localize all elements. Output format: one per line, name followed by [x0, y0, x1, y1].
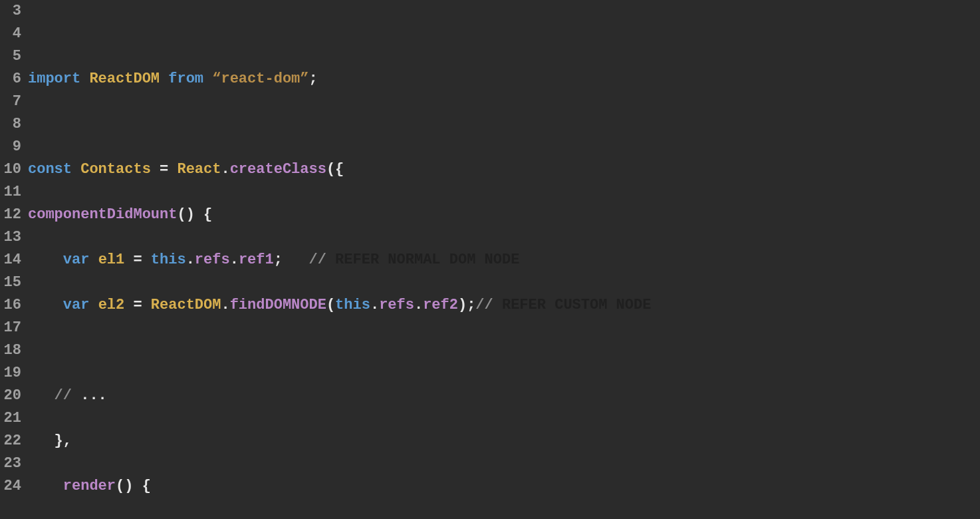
code-line[interactable]: var el1 = this.refs.ref1; // REFER NORMA…	[28, 249, 980, 271]
code-line[interactable]	[28, 23, 980, 45]
punct: {	[203, 206, 212, 223]
line-number: 20	[0, 385, 21, 407]
identifier: el2	[98, 297, 125, 313]
identifier: ReactDOM	[89, 71, 160, 87]
method: render	[63, 478, 116, 494]
code-line[interactable]	[28, 113, 980, 136]
punct: },	[55, 432, 72, 449]
keyword: this	[151, 252, 186, 268]
operator: =	[160, 161, 168, 178]
line-number: 17	[0, 317, 21, 339]
line-number: 15	[0, 271, 21, 294]
line-number: 14	[0, 249, 21, 271]
line-number: 9	[0, 136, 21, 158]
line-number: 3	[0, 0, 21, 23]
punct: .	[370, 297, 379, 313]
property: refs	[379, 297, 414, 313]
method: findDOMNODE	[230, 297, 326, 313]
operator: =	[133, 297, 142, 313]
identifier: ReactDOM	[151, 297, 221, 313]
comment-slash: //	[55, 387, 72, 404]
punct: ;	[309, 71, 318, 87]
line-number: 16	[0, 294, 21, 317]
keyword: this	[335, 297, 370, 313]
code-line[interactable]: },	[28, 430, 980, 452]
line-number: 18	[0, 339, 21, 362]
keyword: import	[28, 71, 80, 87]
keyword: from	[168, 71, 203, 87]
keyword: var	[63, 297, 90, 313]
identifier: el1	[98, 252, 125, 268]
line-number: 10	[0, 158, 21, 181]
code-line[interactable]: // ...	[28, 385, 980, 407]
punct: .	[221, 297, 229, 313]
punct: .	[414, 297, 423, 313]
punct: ()	[177, 206, 194, 223]
keyword: var	[63, 252, 90, 268]
punct: ({	[326, 161, 344, 178]
punct: .	[221, 161, 229, 178]
comment-slash: //	[309, 252, 326, 268]
line-number: 13	[0, 226, 21, 249]
line-number: 11	[0, 181, 21, 204]
code-content[interactable]: import ReactDOM from “react-dom”; const …	[28, 0, 980, 519]
string: “react-dom”	[212, 71, 308, 87]
punct: ()	[116, 478, 133, 494]
comment: REFER CUSTOM NODE	[493, 297, 652, 313]
line-number: 7	[0, 90, 21, 113]
identifier: Contacts	[80, 161, 151, 178]
line-number: 12	[0, 204, 21, 226]
punct: )	[458, 297, 467, 313]
code-line[interactable]: componentDidMount() {	[28, 204, 980, 226]
line-number: 24	[0, 475, 21, 498]
line-number: 23	[0, 452, 21, 475]
property: refs	[195, 252, 230, 268]
code-line[interactable]: import ReactDOM from “react-dom”;	[28, 68, 980, 90]
property: ref2	[423, 297, 458, 313]
code-line[interactable]: var el2 = ReactDOM.findDOMNODE(this.refs…	[28, 294, 980, 317]
code-line[interactable]: render() {	[28, 475, 980, 498]
code-editor[interactable]: 3 4 5 6 7 8 9 10 11 12 13 14 15 16 17 18…	[0, 0, 980, 519]
line-number: 21	[0, 407, 21, 430]
line-number: 22	[0, 430, 21, 452]
line-number: 5	[0, 45, 21, 68]
property: ref1	[239, 252, 274, 268]
line-number: 8	[0, 113, 21, 136]
method: createClass	[230, 161, 326, 178]
line-number: 19	[0, 362, 21, 385]
line-number: 4	[0, 23, 21, 45]
identifier: React	[177, 161, 221, 178]
punct: ;	[467, 297, 475, 313]
punct: .	[186, 252, 195, 268]
method: componentDidMount	[28, 206, 177, 223]
keyword: const	[28, 161, 72, 178]
punct: ;	[274, 252, 283, 268]
punct: (	[326, 297, 335, 313]
punct: {	[142, 478, 151, 494]
code-line[interactable]: const Contacts = React.createClass({	[28, 158, 980, 181]
comment: REFER NORMAL DOM NODE	[326, 252, 519, 268]
comment-slash: //	[475, 297, 493, 313]
operator: =	[133, 252, 142, 268]
line-number-gutter: 3 4 5 6 7 8 9 10 11 12 13 14 15 16 17 18…	[0, 0, 28, 498]
line-number: 6	[0, 68, 21, 90]
code-line[interactable]	[28, 339, 980, 362]
punct: .	[230, 252, 239, 268]
comment: ...	[72, 387, 107, 404]
